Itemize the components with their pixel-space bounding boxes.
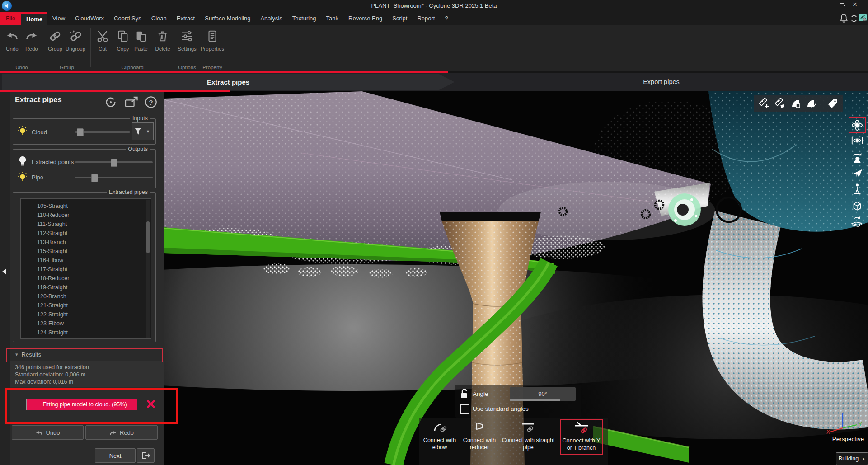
turntable-button[interactable] [849, 214, 866, 229]
cloud-slider[interactable] [75, 131, 130, 133]
exit-command-button[interactable] [137, 448, 155, 463]
cancel-button[interactable] [146, 399, 156, 409]
constrained-orbit-button[interactable] [849, 133, 866, 148]
list-item[interactable]: 120-Branch [21, 292, 151, 301]
menu-home[interactable]: Home [21, 12, 47, 25]
list-item[interactable]: 122-Straight [21, 310, 151, 319]
look-around-button[interactable] [849, 150, 866, 165]
walk-mode-button[interactable] [849, 181, 866, 197]
minimize-button[interactable]: – [823, 0, 836, 10]
delete-button[interactable]: Delete [152, 27, 173, 62]
menu-tank[interactable]: Tank [321, 12, 343, 25]
extracted-pipes-list[interactable]: 105-Straight 110-Reducer 111-Straight 11… [20, 198, 151, 339]
tab-export-pipes[interactable]: Export pipes [455, 74, 868, 90]
list-item[interactable]: 113-Branch [21, 238, 151, 247]
label-tag-icon[interactable] [827, 98, 838, 109]
panel-redo-button[interactable]: Redo [85, 425, 158, 440]
list-item[interactable]: 117-Straight [21, 265, 151, 274]
cloud-slider-handle[interactable] [77, 128, 84, 136]
menu-surface-modeling[interactable]: Surface Modeling [200, 12, 255, 25]
help-button[interactable]: ? [143, 94, 159, 110]
group-button[interactable]: Group [45, 27, 66, 62]
sync-icon[interactable] [850, 14, 858, 23]
list-item[interactable]: 115-Straight [21, 247, 151, 256]
remove-measure-icon[interactable] [774, 98, 785, 109]
list-scrollbar[interactable] [146, 200, 150, 338]
orbit-mode-button[interactable] [849, 117, 866, 133]
progress-text: Fitting pipe model to cloud. (95%) [27, 399, 143, 410]
menu-report[interactable]: Report [412, 12, 440, 25]
cut-button[interactable]: Cut [92, 27, 113, 62]
extracted-points-slider[interactable] [75, 161, 153, 163]
chain-link-icon [48, 29, 62, 43]
detach-panel-button[interactable] [124, 94, 139, 110]
list-scrollbar-thumb[interactable] [146, 221, 150, 253]
angle-measure-icon[interactable] [790, 98, 801, 109]
add-measure-icon[interactable] [759, 98, 769, 109]
panel-undo-button[interactable]: Undo [12, 425, 84, 440]
menu-script[interactable]: Script [387, 12, 412, 25]
extracted-points-slider-handle[interactable] [111, 159, 117, 167]
close-button[interactable]: × [849, 0, 861, 10]
collapse-panel-arrow-icon[interactable] [2, 268, 6, 275]
list-item[interactable]: 118-Reducer [21, 274, 151, 283]
list-item[interactable]: 110-Reducer [21, 211, 151, 220]
menu-cloudworx[interactable]: CloudWorx [70, 12, 109, 25]
settings-button[interactable]: Settings [176, 27, 198, 62]
standard-angles-checkbox[interactable] [460, 404, 469, 414]
scissors-icon [96, 29, 109, 43]
tab-extract-pipes[interactable]: Extract pipes [2, 74, 455, 90]
list-item[interactable]: 112-Straight [21, 229, 151, 238]
menu-bar: File Home View CloudWorx Coord Sys Clean… [0, 12, 868, 25]
list-item[interactable]: 121-Straight [21, 301, 151, 310]
menu-extract[interactable]: Extract [172, 12, 200, 25]
redo-arrow-icon [109, 429, 117, 436]
undo-button[interactable]: Undo [2, 27, 23, 62]
status-badge-icon[interactable] [859, 14, 867, 21]
pipe-slider[interactable] [75, 177, 153, 178]
menu-reverse-eng[interactable]: Reverse Eng [343, 12, 387, 25]
menu-help[interactable]: ? [440, 12, 453, 25]
connect-with-reducer-button[interactable]: Connect with reducer [460, 419, 499, 463]
fly-mode-button[interactable] [849, 165, 866, 181]
menu-analysis[interactable]: Analysis [255, 12, 287, 25]
straight-pipe-icon [520, 419, 536, 435]
menu-view[interactable]: View [47, 12, 70, 25]
next-button[interactable]: Next [95, 448, 136, 463]
restore-button[interactable] [836, 0, 849, 10]
axis-y-label: Y [859, 421, 862, 427]
results-header[interactable]: ▾ Results [10, 348, 161, 361]
list-item[interactable]: 116-Elbow [21, 256, 151, 265]
paste-button[interactable]: Paste [131, 27, 151, 62]
filter-dropdown-button[interactable]: ▼ [143, 122, 154, 140]
properties-button[interactable]: Properties [199, 27, 226, 62]
bell-icon[interactable] [840, 14, 848, 23]
lock-icon[interactable] [460, 388, 469, 399]
ungroup-button[interactable]: Ungroup [64, 27, 87, 62]
filter-button[interactable] [132, 122, 144, 140]
list-item[interactable]: 123-Elbow [21, 319, 151, 328]
menu-clean[interactable]: Clean [146, 12, 172, 25]
connect-with-straight-pipe-button[interactable]: Connect with straight pipe [500, 419, 557, 463]
menu-texturing[interactable]: Texturing [287, 12, 321, 25]
angle-input[interactable]: 90° [510, 387, 576, 401]
connect-with-elbow-button[interactable]: Connect with elbow [420, 419, 459, 463]
viewport-3d[interactable]: Angle 90° Use standard angles Connect wi… [164, 91, 868, 465]
list-item[interactable]: 119-Straight [21, 283, 151, 292]
list-item[interactable]: 111-Straight [21, 220, 151, 229]
results-line: Standard deviation: 0,006 m [15, 371, 166, 378]
menu-coord-sys[interactable]: Coord Sys [109, 12, 146, 25]
redo-button[interactable]: Redo [21, 27, 42, 62]
reset-button[interactable] [103, 94, 118, 110]
pipe-visibility-icon[interactable] [18, 171, 28, 182]
view-cube-button[interactable] [849, 198, 866, 214]
list-item[interactable]: 124-Straight [21, 328, 151, 337]
list-item[interactable]: 105-Straight [21, 202, 151, 211]
deviation-measure-icon[interactable] [806, 98, 817, 109]
pipe-slider-handle[interactable] [91, 174, 98, 182]
extracted-points-visibility-icon[interactable] [19, 156, 27, 167]
connect-with-branch-button[interactable]: Connect with Y or T branch [560, 419, 603, 455]
view-mode-dropdown[interactable]: Building ▲ [836, 452, 868, 465]
menu-file[interactable]: File [0, 12, 21, 25]
cloud-visibility-icon[interactable] [18, 125, 28, 136]
